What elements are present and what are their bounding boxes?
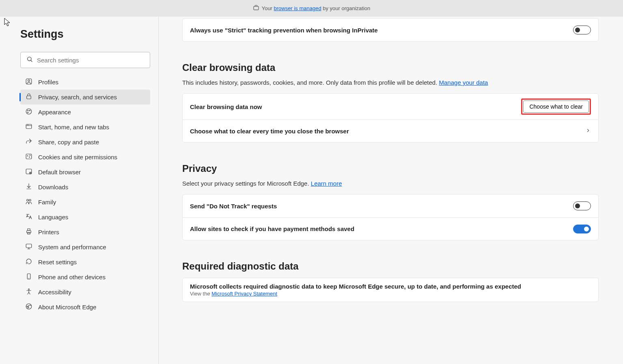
sidebar-item-label: Appearance xyxy=(38,109,71,116)
lang-icon xyxy=(25,213,32,221)
clear-data-card: Clear browsing data now Choose what to c… xyxy=(182,93,599,143)
privacy-title: Privacy xyxy=(182,163,599,174)
dnt-label: Send "Do Not Track" requests xyxy=(190,203,277,210)
sidebar-item-label: Profiles xyxy=(38,79,58,86)
svg-point-16 xyxy=(30,155,30,156)
sidebar-item-label: Family xyxy=(38,199,56,206)
svg-point-8 xyxy=(29,110,30,111)
diagnostic-title: Required diagnostic data xyxy=(182,261,599,272)
download-icon xyxy=(25,183,32,191)
clear-now-row: Clear browsing data now Choose what to c… xyxy=(183,94,598,120)
svg-point-31 xyxy=(28,289,30,290)
reset-icon xyxy=(25,258,32,266)
tabs-icon xyxy=(25,123,32,131)
search-settings-box[interactable] xyxy=(20,52,150,68)
payment-label: Allow sites to check if you have payment… xyxy=(190,225,354,232)
privacy-learn-more-link[interactable]: Learn more xyxy=(311,180,342,187)
strict-tracking-card: Always use "Strict" tracking prevention … xyxy=(182,18,599,42)
palette-icon xyxy=(25,108,32,116)
sidebar-item-label: Default browser xyxy=(38,169,81,176)
sidebar-item-phone[interactable]: Phone and other devices xyxy=(20,270,150,285)
sidebar-item-label: Phone and other devices xyxy=(38,274,106,280)
choose-what-to-clear-button[interactable]: Choose what to clear xyxy=(523,101,589,113)
sidebar-item-label: Accessibility xyxy=(38,289,71,295)
sidebar-item-label: About Microsoft Edge xyxy=(38,304,96,310)
sidebar-item-label: Printers xyxy=(38,229,59,236)
strict-tracking-toggle[interactable] xyxy=(573,26,591,34)
svg-line-2 xyxy=(31,60,32,62)
sidebar-item-label: Start, home, and new tabs xyxy=(38,124,109,131)
chevron-right-icon xyxy=(585,128,591,135)
sidebar-item-lock[interactable]: Privacy, search, and services xyxy=(20,90,150,105)
settings-title: Settings xyxy=(20,28,150,41)
search-settings-input[interactable] xyxy=(37,57,144,64)
svg-rect-13 xyxy=(26,154,32,159)
svg-point-21 xyxy=(29,199,31,201)
diagnostic-card: Microsoft collects required diagnostic d… xyxy=(182,278,599,302)
dnt-toggle[interactable] xyxy=(573,201,591,210)
sidebar-item-download[interactable]: Downloads xyxy=(20,180,150,195)
sidebar-item-system[interactable]: System and performance xyxy=(20,240,150,255)
svg-rect-5 xyxy=(27,96,31,99)
edge-icon xyxy=(25,303,32,311)
sidebar-item-browser[interactable]: Default browser xyxy=(20,165,150,180)
svg-point-4 xyxy=(28,80,30,82)
highlight-choose-what-to-clear: Choose what to clear xyxy=(521,98,591,115)
accessibility-icon xyxy=(25,288,32,296)
svg-rect-10 xyxy=(26,124,32,129)
sidebar-item-profile[interactable]: Profiles xyxy=(20,75,150,90)
family-icon xyxy=(25,198,32,206)
sidebar-item-label: Cookies and site permissions xyxy=(38,154,117,161)
svg-rect-0 xyxy=(254,6,259,10)
svg-point-20 xyxy=(27,199,29,201)
svg-point-6 xyxy=(26,109,32,114)
svg-rect-24 xyxy=(28,229,30,231)
svg-point-15 xyxy=(29,157,30,158)
svg-point-9 xyxy=(28,112,28,113)
sidebar-item-edge[interactable]: About Microsoft Edge xyxy=(20,300,150,315)
sidebar-item-tabs[interactable]: Start, home, and new tabs xyxy=(20,120,150,135)
share-icon xyxy=(25,138,32,146)
search-icon xyxy=(26,56,33,64)
browser-managed-link[interactable]: browser is managed xyxy=(274,5,321,11)
sidebar-item-printer[interactable]: Printers xyxy=(20,225,150,240)
strict-tracking-label: Always use "Strict" tracking prevention … xyxy=(190,27,378,34)
privacy-card: Send "Do Not Track" requests Allow sites… xyxy=(182,194,599,240)
browser-icon xyxy=(25,168,32,176)
phone-icon xyxy=(25,273,32,281)
sidebar-item-cookies[interactable]: Cookies and site permissions xyxy=(20,150,150,165)
settings-content: Always use "Strict" tracking prevention … xyxy=(159,17,623,364)
sidebar-item-share[interactable]: Share, copy and paste xyxy=(20,135,150,150)
sidebar-item-label: Share, copy and paste xyxy=(38,139,99,146)
payment-toggle[interactable] xyxy=(573,225,591,233)
sidebar-item-accessibility[interactable]: Accessibility xyxy=(20,285,150,300)
sidebar-item-lang[interactable]: Languages xyxy=(20,210,150,225)
sidebar-item-family[interactable]: Family xyxy=(20,195,150,210)
clear-data-title: Clear browsing data xyxy=(182,62,599,73)
svg-point-14 xyxy=(27,156,28,156)
privacy-desc: Select your privacy settings for Microso… xyxy=(182,180,599,187)
briefcase-icon xyxy=(253,4,259,12)
managed-banner: Your browser is managed by your organiza… xyxy=(0,0,623,17)
cookies-icon xyxy=(25,153,32,161)
privacy-statement-link[interactable]: Microsoft Privacy Statement xyxy=(211,291,277,297)
lock-icon xyxy=(25,93,32,101)
clear-data-desc: This includes history, passwords, cookie… xyxy=(182,79,599,86)
sidebar-item-label: System and performance xyxy=(38,244,106,251)
sidebar-item-reset[interactable]: Reset settings xyxy=(20,255,150,270)
clear-on-close-row[interactable]: Choose what to clear every time you clos… xyxy=(183,120,598,142)
sidebar-item-label: Downloads xyxy=(38,184,68,191)
diagnostic-desc: Microsoft collects required diagnostic d… xyxy=(190,283,521,290)
sidebar-item-label: Privacy, search, and services xyxy=(38,94,117,101)
svg-rect-26 xyxy=(26,244,32,248)
system-icon xyxy=(25,243,32,251)
svg-point-7 xyxy=(28,110,28,111)
sidebar: Settings ProfilesPrivacy, search, and se… xyxy=(0,17,159,364)
printer-icon xyxy=(25,228,32,236)
profile-icon xyxy=(25,78,32,86)
sidebar-item-label: Reset settings xyxy=(38,259,77,266)
manage-data-link[interactable]: Manage your data xyxy=(439,79,488,86)
sidebar-item-label: Languages xyxy=(38,214,68,221)
svg-rect-25 xyxy=(28,232,30,234)
sidebar-item-palette[interactable]: Appearance xyxy=(20,105,150,120)
